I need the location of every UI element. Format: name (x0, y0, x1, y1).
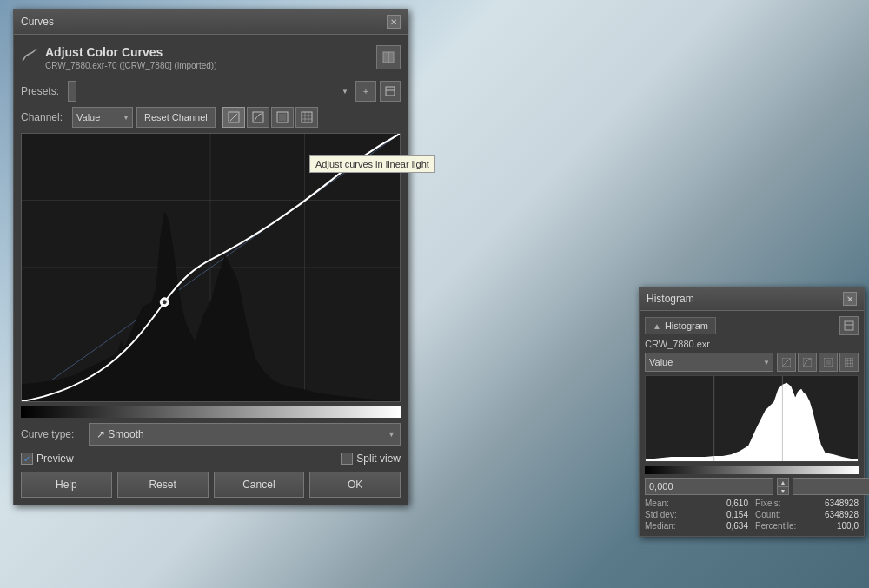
histogram-channel-row: Value (645, 353, 859, 372)
preview-label: Preview (36, 453, 74, 465)
pixels-label: Pixels: (755, 499, 780, 508)
hist-linear-btn[interactable] (777, 353, 796, 372)
split-view-group: Split view (341, 453, 401, 465)
histogram-close-button[interactable]: ✕ (843, 292, 857, 306)
curves-dialog-body: Adjust Color Curves CRW_7880.exr-70 ([CR… (14, 35, 408, 505)
histogram-min-input[interactable] (645, 478, 773, 495)
svg-rect-25 (845, 321, 853, 330)
svg-line-5 (230, 114, 237, 121)
histogram-dialog-title: Histogram (647, 293, 694, 305)
ok-button[interactable]: OK (309, 472, 401, 498)
channel-select[interactable]: Value (72, 107, 133, 128)
preview-check-group: Preview (21, 453, 74, 465)
curve-type-select[interactable]: ↗ Smooth (89, 423, 401, 446)
histogram-tab[interactable]: ▲ Histogram (645, 317, 716, 334)
gamma-button[interactable] (247, 107, 269, 128)
curves-close-button[interactable]: ✕ (387, 15, 401, 29)
histogram-min-arrows: ▲ ▼ (777, 478, 789, 495)
histogram-channel-select[interactable]: Value (645, 353, 773, 372)
histogram-expand-button[interactable] (839, 316, 859, 335)
preview-checkbox[interactable] (21, 453, 33, 465)
channel-row: Channel: Value Reset Channel (21, 107, 401, 128)
reset-button[interactable]: Reset (117, 472, 209, 498)
percentile-value: 100,0 (837, 521, 859, 531)
stddev-value: 0,154 (726, 510, 748, 519)
histogram-min-up[interactable]: ▲ (777, 478, 789, 486)
pixels-row: Pixels: 6348928 (755, 499, 859, 508)
gradient-bar (21, 406, 401, 418)
preview-row: Preview Split view (21, 453, 401, 465)
curves-header: Adjust Color Curves CRW_7880.exr-70 ([CR… (21, 42, 401, 74)
presets-select[interactable] (68, 81, 76, 102)
histogram-filename: CRW_7880.exr (645, 339, 859, 349)
presets-select-wrapper (68, 81, 352, 102)
reset-channel-button[interactable]: Reset Channel (136, 107, 216, 128)
curve-svg (22, 134, 400, 401)
histogram-tab-icon: ▲ (653, 321, 661, 331)
histogram-gradient-bar (645, 466, 859, 474)
histogram-dialog: Histogram ✕ ▲ Histogram CRW_7880.exr Val… (639, 287, 865, 537)
image-button[interactable] (271, 107, 294, 128)
split-view-label: Split view (356, 453, 401, 465)
histogram-min-down[interactable]: ▼ (777, 486, 789, 495)
histogram-tabs: ▲ Histogram (645, 316, 859, 335)
histogram-chart (645, 375, 859, 462)
histogram-icon-buttons (777, 353, 859, 372)
median-value: 0,634 (726, 521, 748, 531)
channel-select-wrapper: Value (72, 107, 133, 128)
svg-rect-6 (253, 112, 263, 122)
source-file-subtitle: CRW_7880.exr-70 ([CRW_7880] (imported)) (45, 61, 216, 70)
curves-icon (21, 47, 38, 64)
svg-rect-32 (845, 358, 853, 367)
header-action-button[interactable] (376, 45, 401, 69)
hist-log-btn[interactable] (798, 353, 817, 372)
count-row: Count: 6348928 (755, 510, 859, 519)
svg-point-24 (162, 300, 167, 305)
grid-button[interactable] (295, 107, 318, 128)
add-preset-button[interactable]: + (355, 81, 376, 102)
adjust-color-curves-title: Adjust Color Curves (45, 45, 216, 59)
count-label: Count: (755, 510, 780, 519)
curves-dialog: Curves ✕ Adjust Color Curves CRW_7880.ex… (13, 9, 408, 505)
histogram-stats: Mean: 0,610 Pixels: 6348928 Std dev: 0,1… (645, 499, 859, 531)
mean-label: Mean: (645, 499, 669, 508)
mean-row: Mean: 0,610 (645, 499, 748, 508)
hist-image-btn[interactable] (819, 353, 838, 372)
curve-area[interactable] (21, 133, 401, 402)
curve-type-select-wrapper: ↗ Smooth (89, 423, 401, 446)
help-button[interactable]: Help (21, 472, 112, 498)
median-label: Median: (645, 521, 676, 531)
title-text: Adjust Color Curves CRW_7880.exr-70 ([CR… (45, 45, 216, 70)
cancel-button[interactable]: Cancel (214, 472, 305, 498)
count-value: 6348928 (825, 510, 859, 519)
presets-row: Presets: + (21, 81, 401, 102)
channel-label: Channel: (21, 111, 69, 123)
svg-rect-9 (302, 112, 312, 122)
curves-dialog-title: Curves (21, 16, 54, 28)
split-view-checkbox[interactable] (341, 453, 353, 465)
median-row: Median: 0,634 (645, 521, 748, 531)
histogram-channel-select-wrapper: Value (645, 353, 773, 372)
svg-marker-21 (22, 211, 400, 401)
tooltip: Adjust curves in linear light (309, 155, 435, 173)
save-preset-button[interactable] (380, 81, 401, 102)
title-section: Adjust Color Curves CRW_7880.exr-70 ([CR… (21, 45, 216, 70)
svg-rect-2 (386, 87, 395, 96)
histogram-range-row: ▲ ▼ ▲ ▼ (645, 478, 859, 495)
stddev-row: Std dev: 0,154 (645, 510, 748, 519)
curves-titlebar: Curves ✕ (14, 10, 408, 35)
histogram-tab-label: Histogram (665, 320, 708, 331)
percentile-label: Percentile: (755, 521, 796, 531)
curve-type-label: Curve type: (21, 428, 83, 440)
hist-grid-btn[interactable] (839, 353, 859, 372)
linear-light-button[interactable] (222, 107, 245, 128)
histogram-max-input[interactable] (793, 478, 869, 495)
mean-value: 0,610 (726, 499, 748, 508)
percentile-row: Percentile: 100,0 (755, 521, 859, 531)
stddev-label: Std dev: (645, 510, 677, 519)
histogram-body: ▲ Histogram CRW_7880.exr Value (640, 311, 864, 536)
histogram-titlebar: Histogram ✕ (640, 287, 864, 311)
pixels-value: 6348928 (825, 499, 859, 508)
presets-label: Presets: (21, 85, 64, 97)
svg-rect-8 (279, 114, 286, 121)
